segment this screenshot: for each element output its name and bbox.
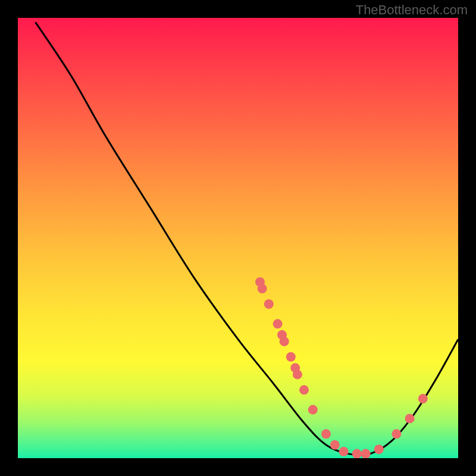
chart-frame: TheBottleneck.com [0,0,476,476]
data-point [361,449,371,458]
data-point [299,385,309,394]
data-point [418,394,428,403]
data-point [374,444,384,454]
data-point [293,369,302,379]
data-point [280,337,289,346]
data-point [339,447,349,456]
data-point [321,429,331,439]
bottleneck-curve [36,22,458,455]
data-point [392,429,401,439]
data-point [264,299,274,309]
curve-line [36,22,458,455]
chart-svg [18,18,458,458]
data-point [405,414,415,423]
data-point [273,319,283,328]
data-point [308,405,318,415]
data-point [352,449,362,458]
data-point [258,284,267,293]
plot-area [18,18,458,458]
data-point [286,352,296,362]
watermark-text: TheBottleneck.com [356,2,468,18]
data-point [330,440,340,450]
